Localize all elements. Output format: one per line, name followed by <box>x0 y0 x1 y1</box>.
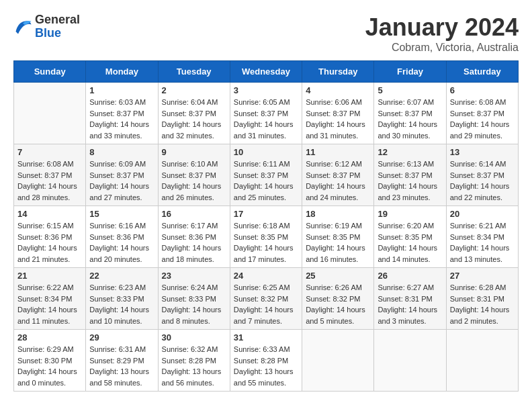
day-info: Sunrise: 6:03 AMSunset: 8:37 PMDaylight:… <box>89 97 154 141</box>
day-number: 10 <box>234 147 298 157</box>
sunset-text: Sunset: 8:34 PM <box>450 233 504 241</box>
sunset-text: Sunset: 8:37 PM <box>234 109 288 118</box>
daylight-text: Daylight: 14 hours and 32 minutes. <box>162 120 222 140</box>
daylight-text: Daylight: 14 hours and 29 minutes. <box>450 120 510 140</box>
day-info: Sunrise: 6:07 AMSunset: 8:37 PMDaylight:… <box>378 97 442 141</box>
day-info: Sunrise: 6:20 AMSunset: 8:35 PMDaylight:… <box>378 220 442 265</box>
day-info: Sunrise: 6:08 AMSunset: 8:37 PMDaylight:… <box>450 97 515 141</box>
calendar-day-cell: 5Sunrise: 6:07 AMSunset: 8:37 PMDaylight… <box>374 83 446 144</box>
day-number: 21 <box>17 271 82 281</box>
day-number: 23 <box>162 271 226 281</box>
day-number: 24 <box>234 271 298 281</box>
day-info: Sunrise: 6:27 AMSunset: 8:31 PMDaylight:… <box>378 282 442 326</box>
day-number: 9 <box>162 147 226 157</box>
calendar-day-cell: 23Sunrise: 6:24 AMSunset: 8:33 PMDayligh… <box>158 268 230 330</box>
daylight-text: Daylight: 14 hours and 30 minutes. <box>378 120 437 140</box>
calendar-day-cell: 22Sunrise: 6:23 AMSunset: 8:33 PMDayligh… <box>86 268 158 330</box>
sunrise-text: Sunrise: 6:08 AM <box>17 160 74 168</box>
day-info: Sunrise: 6:14 AMSunset: 8:37 PMDaylight:… <box>450 158 515 203</box>
day-info: Sunrise: 6:29 AMSunset: 8:30 PMDaylight:… <box>17 344 82 388</box>
daylight-text: Daylight: 14 hours and 24 minutes. <box>306 182 365 201</box>
sunset-text: Sunset: 8:35 PM <box>378 233 432 241</box>
title-block: January 2024 Cobram, Victoria, Australia <box>365 13 519 54</box>
month-year-title: January 2024 <box>365 13 519 42</box>
daylight-text: Daylight: 14 hours and 22 minutes. <box>450 182 510 201</box>
calendar-day-cell <box>374 330 446 392</box>
calendar-table: SundayMondayTuesdayWednesdayThursdayFrid… <box>13 60 519 392</box>
day-number: 16 <box>162 209 226 219</box>
sunset-text: Sunset: 8:36 PM <box>162 233 216 241</box>
sunrise-text: Sunrise: 6:10 AM <box>162 160 218 168</box>
calendar-week-row: 28Sunrise: 6:29 AMSunset: 8:30 PMDayligh… <box>14 330 519 392</box>
weekday-header-row: SundayMondayTuesdayWednesdayThursdayFrid… <box>14 61 519 83</box>
daylight-text: Daylight: 14 hours and 8 minutes. <box>162 306 222 325</box>
sunset-text: Sunset: 8:29 PM <box>89 357 144 365</box>
calendar-day-cell: 8Sunrise: 6:09 AMSunset: 8:37 PMDaylight… <box>86 144 158 206</box>
sunset-text: Sunset: 8:36 PM <box>89 233 144 241</box>
sunrise-text: Sunrise: 6:21 AM <box>450 222 506 230</box>
calendar-day-cell <box>14 83 86 144</box>
calendar-day-cell: 12Sunrise: 6:13 AMSunset: 8:37 PMDayligh… <box>374 144 446 206</box>
calendar-week-row: 14Sunrise: 6:15 AMSunset: 8:36 PMDayligh… <box>14 206 519 268</box>
day-number: 25 <box>306 271 370 281</box>
logo-bird-icon <box>13 17 32 36</box>
day-info: Sunrise: 6:16 AMSunset: 8:36 PMDaylight:… <box>89 220 154 265</box>
day-number: 28 <box>17 332 82 342</box>
day-info: Sunrise: 6:08 AMSunset: 8:37 PMDaylight:… <box>17 158 82 203</box>
sunset-text: Sunset: 8:37 PM <box>450 171 504 179</box>
calendar-day-cell: 3Sunrise: 6:05 AMSunset: 8:37 PMDaylight… <box>230 83 302 144</box>
sunset-text: Sunset: 8:37 PM <box>17 171 72 179</box>
sunrise-text: Sunrise: 6:12 AM <box>306 160 362 168</box>
calendar-day-cell: 31Sunrise: 6:33 AMSunset: 8:28 PMDayligh… <box>230 330 302 392</box>
day-number: 13 <box>450 147 515 157</box>
weekday-header-tuesday: Tuesday <box>158 61 230 83</box>
daylight-text: Daylight: 14 hours and 2 minutes. <box>450 306 510 325</box>
sunrise-text: Sunrise: 6:19 AM <box>306 222 362 230</box>
sunset-text: Sunset: 8:37 PM <box>234 171 288 179</box>
calendar-day-cell: 10Sunrise: 6:11 AMSunset: 8:37 PMDayligh… <box>230 144 302 206</box>
day-info: Sunrise: 6:09 AMSunset: 8:37 PMDaylight:… <box>89 158 154 203</box>
day-number: 15 <box>89 209 154 219</box>
calendar-day-cell: 1Sunrise: 6:03 AMSunset: 8:37 PMDaylight… <box>86 83 158 144</box>
sunrise-text: Sunrise: 6:13 AM <box>378 160 434 168</box>
location-subtitle: Cobram, Victoria, Australia <box>365 42 519 54</box>
day-info: Sunrise: 6:10 AMSunset: 8:37 PMDaylight:… <box>162 158 226 203</box>
day-number: 4 <box>306 85 370 95</box>
sunset-text: Sunset: 8:37 PM <box>89 109 144 118</box>
day-info: Sunrise: 6:25 AMSunset: 8:32 PMDaylight:… <box>234 282 298 326</box>
daylight-text: Daylight: 14 hours and 25 minutes. <box>234 182 294 201</box>
day-number: 29 <box>89 332 154 342</box>
day-number: 2 <box>162 85 226 95</box>
day-number: 11 <box>306 147 370 157</box>
calendar-day-cell: 21Sunrise: 6:22 AMSunset: 8:34 PMDayligh… <box>14 268 86 330</box>
day-info: Sunrise: 6:05 AMSunset: 8:37 PMDaylight:… <box>234 97 298 141</box>
weekday-header-monday: Monday <box>86 61 158 83</box>
sunset-text: Sunset: 8:35 PM <box>234 233 288 241</box>
calendar-day-cell: 2Sunrise: 6:04 AMSunset: 8:37 PMDaylight… <box>158 83 230 144</box>
sunrise-text: Sunrise: 6:25 AM <box>234 283 290 291</box>
daylight-text: Daylight: 14 hours and 31 minutes. <box>306 120 365 140</box>
calendar-day-cell: 26Sunrise: 6:27 AMSunset: 8:31 PMDayligh… <box>374 268 446 330</box>
sunrise-text: Sunrise: 6:20 AM <box>378 222 434 230</box>
daylight-text: Daylight: 14 hours and 11 minutes. <box>17 306 77 325</box>
sunset-text: Sunset: 8:33 PM <box>162 295 216 303</box>
day-number: 7 <box>17 147 82 157</box>
sunset-text: Sunset: 8:28 PM <box>162 357 216 365</box>
sunset-text: Sunset: 8:32 PM <box>306 295 360 303</box>
day-number: 20 <box>450 209 515 219</box>
day-info: Sunrise: 6:06 AMSunset: 8:37 PMDaylight:… <box>306 97 370 141</box>
sunrise-text: Sunrise: 6:31 AM <box>89 345 146 353</box>
calendar-day-cell: 25Sunrise: 6:26 AMSunset: 8:32 PMDayligh… <box>302 268 374 330</box>
calendar-day-cell: 6Sunrise: 6:08 AMSunset: 8:37 PMDaylight… <box>446 83 518 144</box>
calendar-week-row: 21Sunrise: 6:22 AMSunset: 8:34 PMDayligh… <box>14 268 519 330</box>
daylight-text: Daylight: 13 hours and 55 minutes. <box>234 367 294 387</box>
day-info: Sunrise: 6:22 AMSunset: 8:34 PMDaylight:… <box>17 282 82 326</box>
day-info: Sunrise: 6:04 AMSunset: 8:37 PMDaylight:… <box>162 97 226 141</box>
sunset-text: Sunset: 8:37 PM <box>162 171 216 179</box>
weekday-header-saturday: Saturday <box>446 61 518 83</box>
daylight-text: Daylight: 14 hours and 20 minutes. <box>89 244 149 263</box>
sunrise-text: Sunrise: 6:26 AM <box>306 283 362 291</box>
sunset-text: Sunset: 8:31 PM <box>378 295 432 303</box>
sunrise-text: Sunrise: 6:17 AM <box>162 222 218 230</box>
sunrise-text: Sunrise: 6:14 AM <box>450 160 506 168</box>
